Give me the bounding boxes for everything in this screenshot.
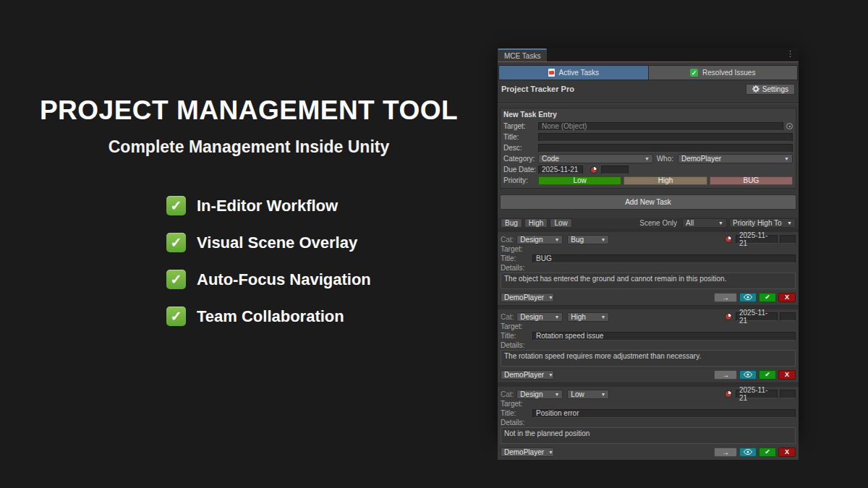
- task-assignee-dropdown[interactable]: DemoPlayer ▼: [501, 370, 554, 380]
- delete-button[interactable]: X: [778, 370, 796, 380]
- clock-icon[interactable]: [725, 313, 732, 320]
- feature-item: ✓ Auto-Focus Navigation: [166, 270, 371, 289]
- cat-label: Cat:: [501, 236, 514, 244]
- desc-input[interactable]: [538, 144, 793, 153]
- task-assignee-dropdown[interactable]: DemoPlayer ▼: [501, 293, 554, 302]
- task-assignee-dropdown[interactable]: DemoPlayer ▼: [501, 448, 554, 457]
- priority-toggle-group: Low High BUG: [538, 176, 793, 185]
- chevron-down-icon: ▼: [544, 295, 553, 300]
- task-actions-row: DemoPlayer ▼ → ✔ X: [501, 369, 796, 380]
- resolve-button[interactable]: ✔: [759, 293, 776, 302]
- sort-dropdown[interactable]: Priority High To ▼: [729, 218, 796, 228]
- resolve-button[interactable]: ✔: [759, 370, 776, 380]
- tab-resolved-issues[interactable]: ✓ Resolved Issues: [648, 66, 798, 80]
- task-priority-dropdown[interactable]: High ▼: [567, 312, 609, 322]
- goto-button[interactable]: →: [714, 448, 737, 457]
- task-priority-value: Bug: [571, 236, 584, 244]
- priority-label: Priority:: [503, 176, 538, 184]
- category-row: Category: Code ▼ Who: DemoPlayer ▼: [503, 154, 793, 163]
- due-date-label: Due Date:: [503, 166, 538, 174]
- target-object-field[interactable]: None (Object): [538, 122, 783, 131]
- task-actions-row: DemoPlayer ▼ → ✔ X: [501, 292, 796, 302]
- delete-button[interactable]: X: [778, 448, 796, 457]
- task-details-input[interactable]: The rotation speed requires more adjustm…: [501, 350, 796, 367]
- new-task-entry-box: New Task Entry Target: None (Object) Tit…: [500, 108, 796, 189]
- task-category-dropdown[interactable]: Design ▼: [516, 235, 563, 244]
- task-details-value: Not in the planned position: [504, 429, 590, 437]
- tab-mce-tasks[interactable]: MCE Tasks: [498, 48, 547, 61]
- task-category-dropdown[interactable]: Design ▼: [516, 390, 563, 399]
- task-title-input[interactable]: BUG: [532, 254, 796, 263]
- task-card: Cat: Design ▼ High ▼ 2025-11-21: [498, 309, 799, 383]
- check-icon: ✓: [166, 196, 186, 215]
- scene-only-toggle[interactable]: Scene Only: [639, 219, 677, 227]
- task-date-field[interactable]: 2025-11-21: [736, 312, 778, 321]
- check-icon: ✓: [166, 307, 186, 326]
- chevron-down-icon: ▼: [596, 314, 605, 320]
- filter-low-button[interactable]: Low: [550, 218, 571, 228]
- due-days-input[interactable]: [601, 166, 629, 174]
- object-picker-icon[interactable]: [786, 123, 793, 129]
- task-title-input[interactable]: Position error: [532, 409, 796, 418]
- task-title-input[interactable]: Rotation speed issue: [532, 332, 796, 341]
- view-button[interactable]: [739, 370, 757, 380]
- task-details-input[interactable]: Not in the planned position: [501, 427, 796, 444]
- task-days-field[interactable]: [780, 390, 796, 398]
- task-date-field[interactable]: 2025-11-21: [736, 235, 778, 244]
- chevron-down-icon: ▼: [780, 156, 789, 161]
- task-priority-dropdown[interactable]: Low ▼: [567, 390, 609, 399]
- feature-label: Auto-Focus Navigation: [197, 270, 371, 289]
- mce-tasks-window: MCE Tasks ⋮ Active Tasks ✓ Resolved Issu…: [498, 48, 799, 436]
- who-dropdown[interactable]: DemoPlayer ▼: [678, 154, 793, 163]
- panel-title: Project Tracker Pro: [501, 85, 574, 93]
- add-new-task-button[interactable]: Add New Task: [500, 194, 796, 210]
- chevron-down-icon: ▼: [716, 221, 723, 226]
- chevron-down-icon: ▼: [596, 392, 605, 397]
- hero-section: PROJECT MANAGEMENT TOOL Complete Managem…: [0, 0, 498, 488]
- task-details-input[interactable]: The object has entered the ground and ca…: [501, 273, 796, 289]
- chevron-down-icon: ▼: [785, 221, 792, 226]
- scene-filter-dropdown[interactable]: All ▼: [682, 218, 727, 228]
- goto-button[interactable]: →: [714, 370, 737, 380]
- target-object-value: None (Object): [542, 122, 587, 130]
- settings-button[interactable]: Settings: [746, 84, 795, 95]
- view-button[interactable]: [739, 293, 757, 302]
- chevron-down-icon: ▼: [550, 237, 559, 242]
- priority-bug-button[interactable]: BUG: [710, 176, 793, 185]
- task-details-value: The object has entered the ground and ca…: [504, 275, 726, 283]
- scene-filter-value: All: [686, 219, 694, 227]
- task-date-field[interactable]: 2025-11-21: [736, 390, 778, 398]
- task-meta-row: Cat: Design ▼ Low ▼ 2025-11-21: [501, 389, 796, 399]
- clock-icon[interactable]: [725, 236, 732, 243]
- task-days-field[interactable]: [780, 312, 796, 321]
- goto-button[interactable]: →: [714, 293, 737, 302]
- kebab-menu-icon[interactable]: ⋮: [786, 49, 794, 59]
- chevron-down-icon: ▼: [544, 372, 553, 377]
- task-days-field[interactable]: [780, 235, 796, 244]
- clock-icon[interactable]: [590, 166, 597, 174]
- filter-bug-button[interactable]: Bug: [501, 218, 522, 228]
- tab-active-tasks[interactable]: Active Tasks: [499, 66, 648, 80]
- task-category-value: Design: [520, 390, 542, 398]
- filter-high-button[interactable]: High: [524, 218, 548, 228]
- eye-icon: [744, 449, 752, 455]
- clock-icon[interactable]: [725, 390, 732, 398]
- view-button[interactable]: [739, 448, 757, 457]
- document-icon: [548, 69, 555, 77]
- eye-icon: [744, 372, 752, 377]
- title-input[interactable]: [538, 133, 793, 142]
- divider: [498, 103, 799, 104]
- task-category-dropdown[interactable]: Design ▼: [516, 312, 563, 322]
- category-value: Code: [542, 155, 559, 163]
- priority-low-button[interactable]: Low: [538, 176, 621, 185]
- priority-high-button[interactable]: High: [624, 176, 707, 185]
- due-date-input[interactable]: 2025-11-21: [538, 166, 583, 174]
- due-date-value: 2025-11-21: [542, 166, 578, 174]
- resolve-button[interactable]: ✔: [759, 448, 776, 457]
- who-label: Who:: [653, 155, 673, 163]
- view-tabs: Active Tasks ✓ Resolved Issues: [498, 65, 798, 80]
- task-priority-dropdown[interactable]: Bug ▼: [567, 235, 609, 244]
- category-dropdown[interactable]: Code ▼: [538, 154, 653, 163]
- delete-button[interactable]: X: [778, 293, 796, 302]
- task-title-value: Rotation speed issue: [536, 332, 603, 340]
